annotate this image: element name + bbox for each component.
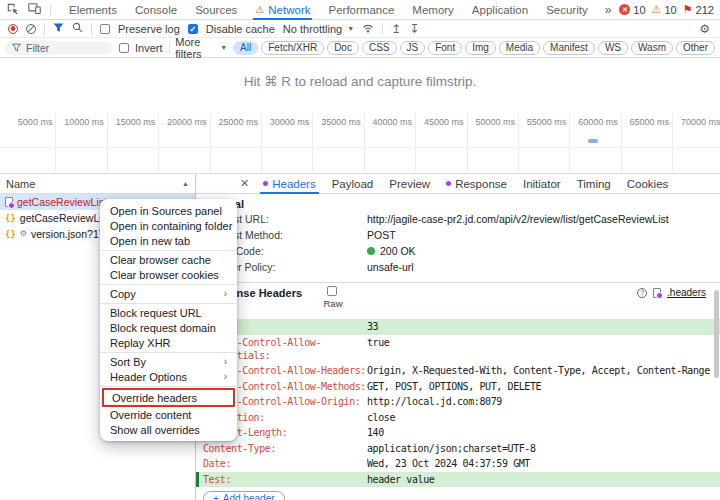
network-filter-bar: Invert More filters ▼ All Fetch/XHR Doc … <box>0 38 720 58</box>
tab-application[interactable]: Application <box>463 0 537 20</box>
clear-network-log-button[interactable] <box>26 24 36 34</box>
tick-label: 50000 ms <box>468 113 519 172</box>
headers-override-link[interactable]: .headers <box>667 287 706 298</box>
header-row: Content-Type: application/json;charset=U… <box>196 441 720 457</box>
raw-headers-checkbox[interactable] <box>327 286 337 296</box>
tab-headers[interactable]: Headers <box>255 174 323 194</box>
network-overview: Hit ⌘ R to reload and capture filmstrip.… <box>0 58 720 174</box>
tab-performance[interactable]: Performance <box>319 0 403 20</box>
tab-preview[interactable]: Preview <box>381 174 438 194</box>
menu-item-open-in-new-tab[interactable]: Open in new tab <box>100 233 237 248</box>
tick-label: 45000 ms <box>416 113 467 172</box>
network-toolbar: Preserve log ✓ Disable cache No throttli… <box>0 20 720 38</box>
invert-checkbox[interactable] <box>119 43 129 53</box>
filter-chip-doc[interactable]: Doc <box>327 41 359 55</box>
menu-divider <box>100 386 237 387</box>
filter-input[interactable] <box>26 42 106 54</box>
override-dot-icon <box>263 181 268 186</box>
menu-divider <box>100 303 237 304</box>
filter-chip-media[interactable]: Media <box>499 41 540 55</box>
chevron-down-icon: ▼ <box>220 44 227 51</box>
filter-chip-manifest[interactable]: Manifest <box>543 41 595 55</box>
tick-label: 35000 ms <box>313 113 364 172</box>
gear-icon: ⚙ <box>20 230 27 238</box>
menu-item-open-in-sources[interactable]: Open in Sources panel <box>100 203 237 218</box>
menu-item-override-headers[interactable]: Override headers <box>102 388 235 407</box>
filter-chip-wasm[interactable]: Wasm <box>631 41 673 55</box>
menu-item-open-in-containing-folder[interactable]: Open in containing folder <box>100 218 237 233</box>
tab-initiator[interactable]: Initiator <box>515 174 569 194</box>
name-column-header[interactable]: Name ▲ <box>0 174 195 194</box>
filter-chip-all[interactable]: All <box>233 41 258 55</box>
filter-chip-ws[interactable]: WS <box>598 41 628 55</box>
menu-divider <box>100 284 237 285</box>
menu-item-clear-browser-cache[interactable]: Clear browser cache <box>100 252 237 267</box>
tab-cookies[interactable]: Cookies <box>619 174 677 194</box>
import-har-icon[interactable]: ↥ <box>391 23 401 35</box>
vertical-scrollbar-thumb[interactable] <box>714 290 719 378</box>
menu-item-header-options[interactable]: Header Options › <box>100 369 237 384</box>
filter-input-pill[interactable] <box>5 41 113 55</box>
divider <box>44 23 45 35</box>
more-tabs-icon[interactable]: » <box>597 3 620 17</box>
tab-sources[interactable]: Sources <box>186 0 246 20</box>
tab-elements[interactable]: Elements <box>60 0 126 20</box>
tab-timing[interactable]: Timing <box>569 174 619 194</box>
filter-chip-img[interactable]: Img <box>465 41 496 55</box>
tab-console[interactable]: Console <box>126 0 186 20</box>
menu-item-clear-browser-cookies[interactable]: Clear browser cookies <box>100 267 237 282</box>
timeline-ruler[interactable]: 5000 ms 10000 ms 15000 ms 20000 ms 25000… <box>5 113 720 172</box>
filter-chip-other[interactable]: Other <box>676 41 715 55</box>
tab-payload[interactable]: Payload <box>324 174 382 194</box>
warning-icon: ⚠ <box>652 4 662 15</box>
filter-chip-font[interactable]: Font <box>428 41 462 55</box>
sort-ascending-icon: ▲ <box>182 180 189 187</box>
filter-chip-css[interactable]: CSS <box>362 41 397 55</box>
header-row: Connection: close <box>196 410 720 426</box>
menu-item-show-all-overrides[interactable]: Show all overrides <box>100 422 237 437</box>
menu-item-sort-by[interactable]: Sort By › <box>100 354 237 369</box>
close-details-icon[interactable]: ✕ <box>240 177 249 190</box>
tick-label: 65000 ms <box>622 113 673 172</box>
tick-label: 60000 ms <box>570 113 621 172</box>
menu-item-replay-xhr[interactable]: Replay XHR <box>100 335 237 350</box>
search-icon[interactable] <box>72 22 83 35</box>
console-errors-badge[interactable]: ✕ 10 <box>619 4 645 16</box>
tab-security[interactable]: Security <box>537 0 597 20</box>
tab-network[interactable]: ⚠ Network <box>246 0 319 20</box>
filter-chip-js[interactable]: JS <box>400 41 426 55</box>
header-row: Access-Control-Allow-Credentials: true <box>196 335 720 364</box>
add-header-button[interactable]: + Add header <box>203 491 285 500</box>
header-row-overridden: 33 <box>196 319 720 335</box>
filter-toggle-icon[interactable] <box>53 22 64 35</box>
header-row: Access-Control-Allow-Methods: GET, POST,… <box>196 379 720 395</box>
help-icon[interactable]: ? <box>637 288 647 298</box>
preserve-log-checkbox[interactable] <box>100 24 110 34</box>
inspect-element-icon[interactable] <box>7 3 19 17</box>
toggle-device-toolbar-icon[interactable] <box>28 3 41 16</box>
export-har-icon[interactable]: ↧ <box>409 23 419 35</box>
menu-item-block-request-url[interactable]: Block request URL <box>100 305 237 320</box>
console-warnings-badge[interactable]: ⚠ 10 <box>652 4 677 16</box>
network-settings-gear-icon[interactable]: ⚙ <box>697 23 712 35</box>
tab-response[interactable]: Response <box>438 174 515 194</box>
issues-badge[interactable]: ⚑ 212 <box>683 4 714 16</box>
more-filters-dropdown[interactable]: More filters ▼ <box>175 36 227 60</box>
divider <box>91 23 92 35</box>
request-details-panel: ✕ Headers Payload Preview Response Initi… <box>196 174 720 500</box>
menu-item-override-content[interactable]: Override content <box>100 407 237 422</box>
record-network-log-button[interactable] <box>8 24 18 34</box>
tab-memory[interactable]: Memory <box>403 0 463 20</box>
filter-chip-fetch-xhr[interactable]: Fetch/XHR <box>261 41 324 55</box>
menu-item-block-request-domain[interactable]: Block request domain <box>100 320 237 335</box>
chevron-down-icon: ▼ <box>347 25 354 32</box>
divider <box>50 4 51 16</box>
response-headers-grid: 33 Access-Control-Allow-Credentials: tru… <box>196 319 720 487</box>
network-conditions-icon[interactable] <box>362 22 374 36</box>
braces-xhr-icon: {} <box>5 213 16 223</box>
disable-cache-checkbox[interactable]: ✓ <box>188 24 198 34</box>
override-file-icon[interactable] <box>653 288 661 298</box>
menu-item-copy[interactable]: Copy › <box>100 286 237 301</box>
general-section-title[interactable]: General <box>203 198 720 213</box>
throttling-dropdown[interactable]: No throttling ▼ <box>283 23 354 35</box>
